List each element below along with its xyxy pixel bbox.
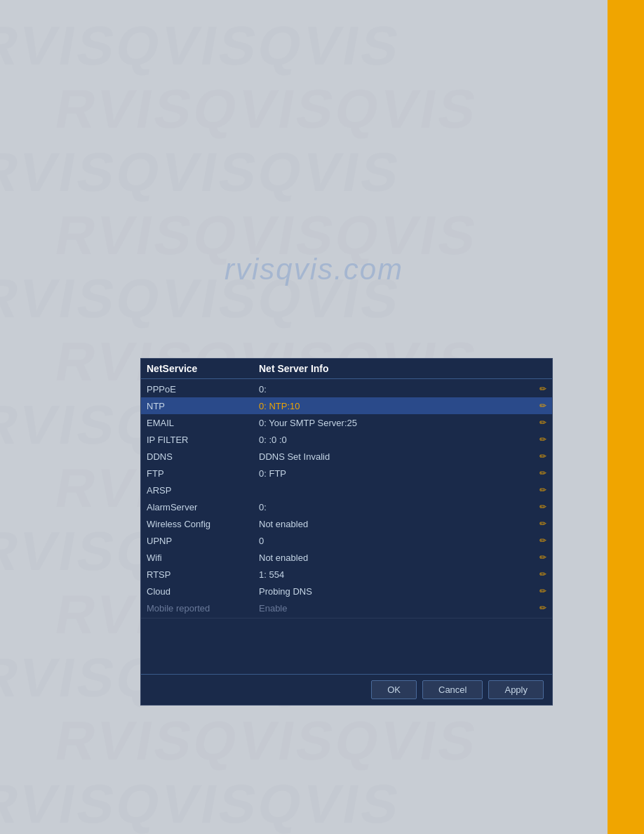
dialog-panel: NetService Net Server Info PPPoE0:✏NTP0:… xyxy=(140,358,553,706)
edit-icon[interactable]: ✏ xyxy=(535,451,546,461)
brand-watermark: rvisqvis.com xyxy=(224,253,403,286)
service-value: 0: :0 :0 xyxy=(259,435,535,445)
service-value: 0: xyxy=(259,384,535,395)
edit-icon[interactable]: ✏ xyxy=(535,569,546,579)
table-row[interactable]: NTP0: NTP:10✏ xyxy=(141,397,552,414)
table-row[interactable]: EMAIL0: Your SMTP Server:25✏ xyxy=(141,414,552,431)
service-name: NTP xyxy=(147,401,259,411)
table-row[interactable]: FTP0: FTP✏ xyxy=(141,465,552,482)
service-name: EMAIL xyxy=(147,418,259,428)
service-name: Wifi xyxy=(147,552,259,563)
header-service-label: NetService xyxy=(147,363,259,374)
dialog-footer: OK Cancel Apply xyxy=(141,674,552,705)
apply-button[interactable]: Apply xyxy=(488,680,544,699)
table-row[interactable]: PPPoE0:✏ xyxy=(141,380,552,397)
table-row[interactable]: RTSP1: 554✏ xyxy=(141,566,552,583)
edit-icon[interactable]: ✏ xyxy=(535,485,546,495)
service-value: 0: Your SMTP Server:25 xyxy=(259,418,535,428)
edit-icon[interactable]: ✏ xyxy=(535,468,546,478)
service-value: 0: xyxy=(259,502,535,512)
sidebar-strip xyxy=(608,0,644,834)
service-name: UPNP xyxy=(147,536,259,546)
table-row[interactable]: DDNSDDNS Set Invalid✏ xyxy=(141,448,552,465)
header-info-label: Net Server Info xyxy=(259,363,546,374)
service-name: AlarmServer xyxy=(147,502,259,512)
service-value: 0: FTP xyxy=(259,468,535,479)
service-table: PPPoE0:✏NTP0: NTP:10✏EMAIL0: Your SMTP S… xyxy=(141,379,552,618)
service-name: Mobile reported xyxy=(147,603,259,614)
edit-icon[interactable]: ✏ xyxy=(535,586,546,596)
ok-button[interactable]: OK xyxy=(371,680,417,699)
edit-icon[interactable]: ✏ xyxy=(535,435,546,444)
table-row[interactable]: Mobile reportedEnable✏ xyxy=(141,600,552,616)
dialog-empty-area xyxy=(141,618,552,674)
service-value: 0: NTP:10 xyxy=(259,401,535,411)
edit-icon[interactable]: ✏ xyxy=(535,384,546,394)
service-name: IP FILTER xyxy=(147,435,259,445)
service-name: ARSP xyxy=(147,485,259,496)
dialog-header: NetService Net Server Info xyxy=(141,359,552,379)
service-value: Not enabled xyxy=(259,552,535,563)
table-row[interactable]: UPNP0✏ xyxy=(141,532,552,549)
table-row[interactable]: CloudProbing DNS✏ xyxy=(141,583,552,600)
service-value: DDNS Set Invalid xyxy=(259,451,535,462)
edit-icon[interactable]: ✏ xyxy=(535,603,546,613)
cancel-button[interactable]: Cancel xyxy=(422,680,483,699)
service-value: Enable xyxy=(259,603,535,614)
service-value: 1: 554 xyxy=(259,569,535,580)
net-service-dialog: NetService Net Server Info PPPoE0:✏NTP0:… xyxy=(140,358,553,706)
table-row[interactable]: Wireless ConfigNot enabled✏ xyxy=(141,515,552,532)
edit-icon[interactable]: ✏ xyxy=(535,519,546,529)
edit-icon[interactable]: ✏ xyxy=(535,552,546,562)
table-row[interactable]: AlarmServer0:✏ xyxy=(141,498,552,515)
service-value: Probing DNS xyxy=(259,586,535,597)
service-name: DDNS xyxy=(147,451,259,462)
service-name: PPPoE xyxy=(147,384,259,395)
service-value: 0 xyxy=(259,536,535,546)
service-name: Cloud xyxy=(147,586,259,597)
edit-icon[interactable]: ✏ xyxy=(535,418,546,428)
table-row[interactable]: WifiNot enabled✏ xyxy=(141,549,552,566)
service-value: Not enabled xyxy=(259,519,535,529)
table-row[interactable]: IP FILTER0: :0 :0✏ xyxy=(141,431,552,448)
edit-icon[interactable]: ✏ xyxy=(535,401,546,411)
table-row[interactable]: ARSP✏ xyxy=(141,482,552,498)
service-name: Wireless Config xyxy=(147,519,259,529)
service-name: FTP xyxy=(147,468,259,479)
service-name: RTSP xyxy=(147,569,259,580)
edit-icon[interactable]: ✏ xyxy=(535,536,546,545)
edit-icon[interactable]: ✏ xyxy=(535,502,546,512)
